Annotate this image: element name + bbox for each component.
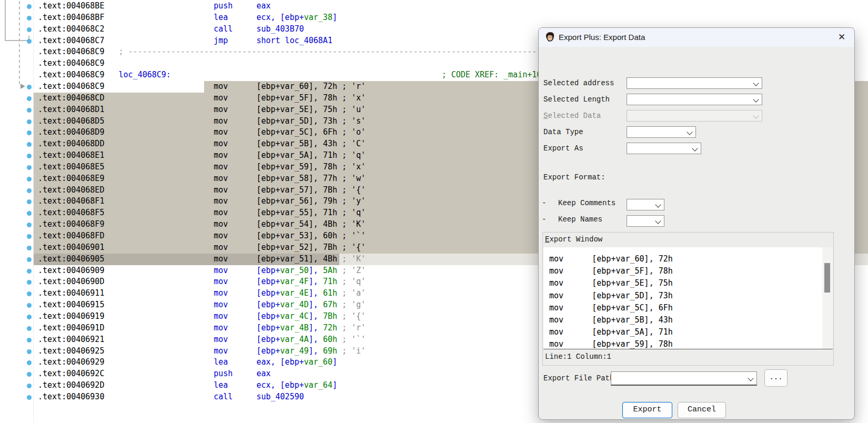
asm-token-code: ],: [309, 208, 323, 217]
export-preview-textarea[interactable]: mov [ebp+var_60], 72h mov [ebp+var_5F], …: [543, 247, 833, 349]
instruction-dot-icon[interactable]: [27, 349, 32, 354]
browse-button[interactable]: ...: [764, 369, 788, 387]
instruction-dot-icon[interactable]: [27, 269, 32, 274]
asm-token-code: eax: [256, 369, 270, 378]
selected-data-combobox: 5 AD 60 C6 45 AE 7B C6 45 AF 4B: [627, 110, 762, 122]
asm-token-code: mov: [214, 323, 228, 333]
asm-token-pad: [104, 70, 118, 79]
keep-comments-combobox[interactable]: False: [627, 199, 664, 210]
instruction-dot-icon[interactable]: [27, 142, 32, 147]
instruction-dot-icon[interactable]: [27, 360, 32, 365]
chevron-down-icon: [655, 202, 661, 207]
asm-token-addr: .text:004068F1: [38, 196, 104, 206]
instruction-dot-icon[interactable]: [27, 234, 32, 239]
asm-token-addr: .text:004068C2: [38, 24, 104, 34]
asm-token-code: ],: [309, 243, 323, 252]
selected-length-combobox[interactable]: 0x40: [627, 94, 762, 105]
instruction-dot-icon[interactable]: [27, 130, 32, 135]
keep-names-combobox[interactable]: False: [627, 215, 664, 227]
export-as-combobox[interactable]: String: [627, 143, 701, 154]
asm-token-com: ; 'w': [337, 174, 366, 183]
asm-token-pad: [228, 254, 256, 264]
asm-token-code: ]: [332, 13, 337, 22]
keep-comments-label: Keep Comments: [558, 199, 615, 207]
instruction-dot-icon[interactable]: [27, 27, 32, 32]
instruction-dot-icon[interactable]: [27, 338, 32, 343]
instruction-dot-icon[interactable]: [27, 39, 32, 44]
asm-token-com: ; 'q': [337, 150, 366, 160]
instruction-dot-icon[interactable]: [27, 4, 32, 9]
asm-token-addr: .text:004068D9: [38, 127, 104, 137]
instruction-dot-icon[interactable]: [27, 257, 32, 262]
asm-token-code: mov: [214, 174, 228, 183]
asm-token-code: [ebp+: [256, 139, 280, 148]
chevron-down-icon: [753, 113, 759, 118]
instruction-dot-icon[interactable]: [27, 280, 32, 285]
scrollbar-thumb[interactable]: [824, 263, 830, 293]
asm-token-lbl: loc_4068C9:: [119, 70, 171, 79]
asm-token-addr: .text:004068C9: [38, 70, 104, 79]
instruction-dot-icon[interactable]: [27, 395, 32, 400]
asm-token-pad: [104, 174, 214, 183]
asm-token-code: mov: [214, 300, 228, 309]
instruction-dot-icon[interactable]: [27, 188, 32, 193]
asm-token-pad: [228, 380, 256, 390]
instruction-dot-icon[interactable]: [27, 119, 32, 124]
export-plus-app-icon: [544, 32, 556, 43]
asm-row[interactable]: .text:004068BF lea ecx, [ebp+var_38]: [0, 12, 868, 24]
selected-address-combobox[interactable]: .text:004068C9: [627, 77, 762, 89]
asm-token-pad: [104, 277, 214, 286]
instruction-dot-icon[interactable]: [27, 16, 32, 21]
instruction-dot-icon[interactable]: [27, 315, 32, 319]
scrollbar-track[interactable]: [822, 247, 833, 349]
asm-token-pad: [228, 219, 256, 229]
instruction-dot-icon[interactable]: [27, 246, 32, 250]
data-type-combobox[interactable]: Assembly Code: [627, 126, 696, 138]
asm-token-addr: .text:004068E9: [38, 174, 104, 183]
export-window-label: Export Window: [545, 235, 602, 244]
instruction-dot-icon[interactable]: [27, 108, 32, 113]
instruction-dot-icon[interactable]: [27, 96, 32, 101]
asm-token-code: push: [214, 1, 233, 11]
export-plus-dialog: Export Plus: Export Data ✕ Selected addr…: [538, 27, 855, 420]
keep-comments-value: False: [648, 210, 664, 210]
instruction-dot-icon[interactable]: [27, 211, 32, 216]
instruction-dot-icon[interactable]: [27, 303, 32, 308]
asm-token-pad: [228, 116, 256, 126]
instruction-dot-icon[interactable]: [27, 223, 32, 227]
instruction-dot-icon[interactable]: [27, 384, 32, 388]
instruction-dot-icon[interactable]: [27, 165, 32, 170]
cancel-button[interactable]: Cancel: [678, 402, 726, 418]
close-icon[interactable]: ✕: [835, 32, 848, 43]
asm-token-var: var_4F: [280, 277, 309, 286]
dialog-titlebar[interactable]: Export Plus: Export Data ✕: [539, 28, 854, 47]
instruction-dot-icon[interactable]: [27, 291, 32, 296]
asm-token-pad: [104, 357, 214, 367]
instruction-dot-icon[interactable]: [27, 154, 32, 158]
instruction-dot-icon[interactable]: [27, 372, 32, 377]
asm-token-var: var_5D: [280, 116, 309, 126]
asm-token-var: var_53: [280, 231, 309, 240]
asm-token-code: sub_402590: [256, 392, 304, 401]
export-button[interactable]: Export: [622, 402, 672, 418]
asm-token-pad: [104, 323, 214, 333]
asm-token-code: ],: [309, 162, 323, 172]
instruction-dot-icon[interactable]: [27, 177, 32, 182]
instruction-dot-icon[interactable]: [27, 326, 32, 331]
export-file-path-combobox[interactable]: 简单的异或）\export_results.txt: [611, 371, 757, 386]
asm-token-var: var_5C: [280, 127, 309, 137]
asm-token-code: [ebp+: [256, 266, 280, 275]
asm-token-pad: [104, 380, 214, 390]
instruction-dot-icon[interactable]: [27, 199, 32, 204]
asm-row[interactable]: .text:004068BE push eax: [0, 1, 868, 12]
asm-token-com: ; 'u': [337, 105, 366, 114]
asm-token-var: var_51: [280, 254, 309, 264]
asm-token-addr: .text:0040690D: [38, 277, 104, 286]
asm-token-code: [ebp+: [256, 162, 280, 172]
asm-token-com: ; 'y': [337, 196, 366, 206]
asm-token-pad: [228, 174, 256, 183]
asm-token-code: sub_403B70: [256, 24, 304, 34]
asm-token-com: ; 'r': [337, 82, 366, 91]
asm-token-code: lea: [214, 13, 228, 22]
instruction-dot-icon[interactable]: [27, 85, 32, 89]
